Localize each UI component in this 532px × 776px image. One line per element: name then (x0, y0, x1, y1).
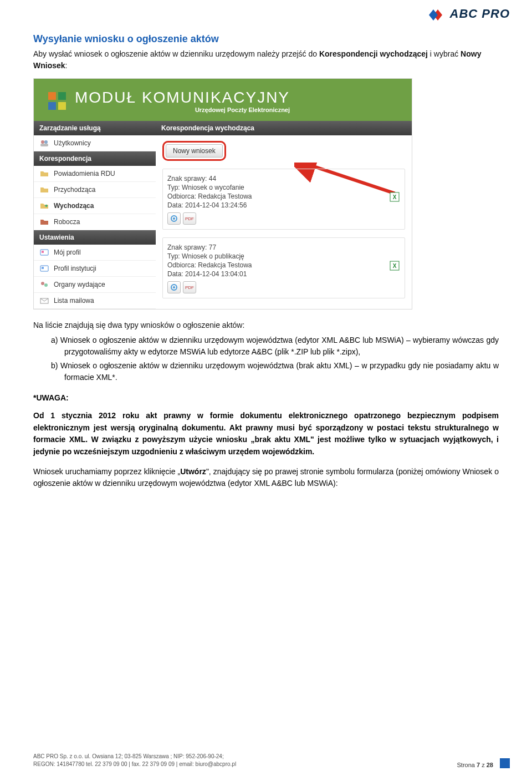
svg-point-6 (41, 140, 44, 144)
excel-icon[interactable]: X (389, 191, 400, 202)
after2-bold: Utwórz (180, 467, 206, 476)
svg-rect-4 (48, 102, 56, 110)
field-value: 77 (209, 244, 216, 251)
svg-text:X: X (393, 263, 397, 269)
brand-diamond-icon (428, 8, 446, 20)
module-title: MODUŁ KOMUNIKACYJNY (75, 89, 290, 106)
sidebar-item-label: Powiadomienia RDU (54, 170, 115, 177)
sidebar-item-profile[interactable]: Mój profil (34, 245, 156, 261)
list-item-a: a) Wniosek o ogłoszenie aktów w dziennik… (33, 334, 499, 358)
case-card[interactable]: Znak sprawy: 77 Typ: Wniosek o publikacj… (162, 237, 405, 298)
svg-rect-3 (58, 92, 66, 100)
module-subtitle: Urzędowej Poczty Elektronicznej (75, 106, 290, 113)
sidebar-item-users[interactable]: Użytkownicy (34, 135, 156, 151)
field-value: 2014-12-04 13:04:01 (185, 270, 247, 278)
page-total: 28 (487, 762, 493, 768)
sidebar-item-label: Robocza (54, 218, 80, 226)
footer-line1: ABC PRO Sp. z o.o. ul. Owsiana 12; 03-82… (33, 753, 236, 760)
sidebar-item-org[interactable]: Organy wydające (34, 277, 156, 293)
sidebar-item-maillist[interactable]: Lista mailowa (34, 293, 156, 309)
intro-paragraph: Aby wysłać wniosek o ogłoszenie aktów w … (33, 48, 499, 72)
svg-point-7 (44, 140, 48, 144)
field-label: Typ: (167, 252, 182, 260)
intro-mid: i wybrać (428, 49, 461, 58)
field-label: Odbiorca: (167, 192, 198, 200)
svg-rect-12 (42, 267, 44, 269)
field-value: Wniosek o wycofanie (182, 184, 244, 191)
field-value: Redakcja Testowa (198, 192, 252, 200)
sidebar-item-label: Użytkownicy (54, 139, 91, 147)
svg-point-23 (173, 286, 175, 288)
sidebar-item-label: Profil instytucji (54, 265, 96, 272)
list-item-b: b) Wniosek o ogłoszenie aktów w dziennik… (33, 360, 499, 383)
users-icon (39, 139, 49, 148)
note-body: Od 1 stycznia 2012 roku akt prawny w for… (33, 410, 499, 458)
field-value: 44 (209, 175, 216, 182)
module-header: MODUŁ KOMUNIKACYJNY Urzędowej Poczty Ele… (34, 79, 412, 121)
svg-point-13 (41, 282, 44, 285)
section-title: Wysyłanie wniosku o ogłoszenie aktów (33, 33, 499, 45)
brand-logo: ABC PRO (428, 7, 510, 21)
field-label: Typ: (167, 184, 182, 191)
module-logo-icon (46, 90, 68, 112)
view-button[interactable] (167, 212, 181, 225)
sidebar-item-out[interactable]: Wychodząca (34, 198, 156, 214)
page-number: Strona 7 z 28 (457, 762, 493, 768)
page-mid: z (480, 762, 487, 768)
field-value: Redakcja Testowa (198, 261, 252, 269)
sidebar: Zarządzanie usługą Użytkownicy Korespond… (34, 121, 156, 309)
case-card[interactable]: Znak sprawy: 44 Typ: Wniosek o wycofanie… (162, 169, 405, 230)
svg-point-19 (173, 217, 175, 220)
folder-icon (39, 169, 49, 178)
sidebar-item-label: Lista mailowa (54, 297, 94, 305)
brand-name: ABC PRO (450, 7, 510, 21)
after-shot-paragraph: Na liście znajdują się dwa typy wniosków… (33, 319, 499, 331)
page-pre: Strona (457, 762, 477, 768)
view-button[interactable] (167, 281, 181, 293)
id-icon (39, 248, 49, 257)
after2-pre: Wniosek uruchamiamy poprzez kliknięcie „ (33, 467, 180, 476)
id-icon (39, 264, 49, 273)
field-label: Data: (167, 270, 185, 278)
svg-text:X: X (393, 194, 397, 200)
svg-rect-5 (58, 102, 66, 110)
excel-icon[interactable]: X (389, 260, 400, 271)
field-value: 2014-12-04 13:24:56 (185, 201, 247, 209)
field-label: Data: (167, 201, 185, 209)
mail-icon (39, 296, 49, 305)
sidebar-item-inst[interactable]: Profil instytucji (34, 261, 156, 277)
note-heading: *UWAGA: (33, 393, 499, 402)
sidebar-item-label: Wychodząca (54, 202, 94, 210)
sidebar-item-label: Przychodząca (54, 186, 95, 194)
sidebar-section-header: Korespondencja (34, 151, 156, 166)
list-block: a) Wniosek o ogłoszenie aktów w dziennik… (33, 334, 499, 383)
pdf-button[interactable]: PDF (183, 212, 196, 225)
main-panel: Korespondencja wychodząca Nowy wniosek Z… (156, 121, 412, 309)
new-request-button[interactable]: Nowy wniosek (166, 144, 223, 158)
highlight-frame: Nowy wniosek (162, 141, 226, 161)
sidebar-item-draft[interactable]: Robocza (34, 214, 156, 230)
field-label: Znak sprawy: (167, 244, 209, 251)
footer-square-icon (500, 758, 510, 768)
sidebar-section-header: Ustawienia (34, 230, 156, 245)
svg-rect-2 (48, 92, 56, 100)
svg-point-14 (44, 283, 48, 287)
panel-header: Korespondencja wychodząca (156, 121, 412, 135)
field-label: Znak sprawy: (167, 175, 209, 182)
field-label: Odbiorca: (167, 261, 198, 269)
page-footer: ABC PRO Sp. z o.o. ul. Owsiana 12; 03-82… (33, 753, 510, 768)
screenshot-module: MODUŁ KOMUNIKACYJNY Urzędowej Poczty Ele… (33, 78, 412, 310)
sidebar-item-label: Mój profil (54, 248, 81, 256)
footer-line2: REGON: 141847780 tel. 22 379 09 00 | fax… (33, 760, 236, 768)
intro-pre: Aby wysłać wniosek o ogłoszenie aktów w … (33, 49, 319, 58)
svg-rect-10 (42, 251, 44, 253)
field-value: Wniosek o publikację (182, 252, 244, 260)
sidebar-section-header: Zarządzanie usługą (34, 121, 156, 135)
sidebar-item-rdu[interactable]: Powiadomienia RDU (34, 166, 156, 182)
svg-rect-8 (40, 144, 48, 146)
after2-paragraph: Wniosek uruchamiamy poprzez kliknięcie „… (33, 466, 499, 490)
org-icon (39, 280, 49, 289)
intro-bold1: Korespondencji wychodzącej (319, 49, 428, 58)
pdf-button[interactable]: PDF (183, 281, 196, 293)
sidebar-item-in[interactable]: Przychodząca (34, 182, 156, 198)
